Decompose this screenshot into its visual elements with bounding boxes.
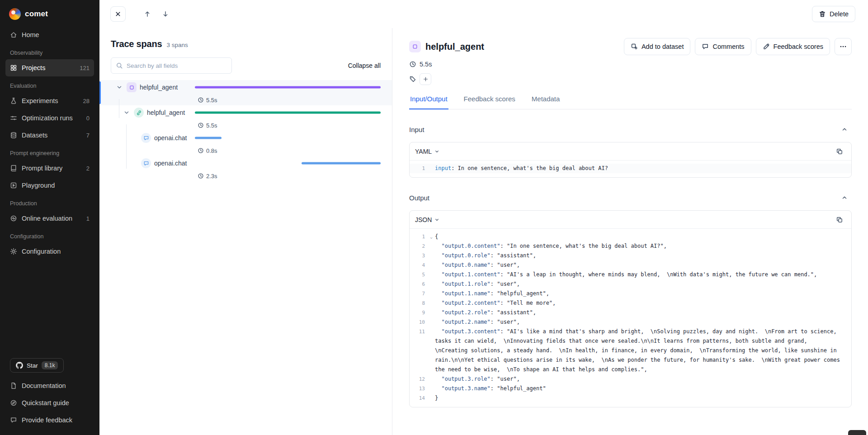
line-number: 7 bbox=[410, 289, 428, 298]
fold-caret bbox=[428, 270, 435, 279]
fold-caret bbox=[428, 374, 435, 384]
sidebar-nav: HomeObservabilityProjects121EvaluationEx… bbox=[0, 24, 99, 354]
fold-caret bbox=[428, 327, 435, 374]
tab-feedback-scores[interactable]: Feedback scores bbox=[463, 95, 516, 109]
line-number: 2 bbox=[410, 241, 428, 251]
chat-icon bbox=[141, 133, 151, 143]
sidebar-footer: Star 8.1k DocumentationQuickstart guideP… bbox=[0, 354, 99, 435]
code-line: 6 "output.1.role": "user", bbox=[410, 279, 851, 289]
span-detail-title: helpful_agent bbox=[425, 42, 484, 52]
tree-connector bbox=[126, 124, 127, 169]
sidebar: comet HomeObservabilityProjects121Evalua… bbox=[0, 0, 99, 435]
line-number: 4 bbox=[410, 260, 428, 270]
sidebar-item-label: Online evaluation bbox=[22, 215, 72, 222]
line-number: 8 bbox=[410, 298, 428, 308]
sidebar-item-documentation[interactable]: Documentation bbox=[5, 377, 94, 394]
book-icon bbox=[10, 165, 17, 172]
trace-icon bbox=[127, 82, 137, 92]
previous-trace-button[interactable] bbox=[140, 7, 155, 21]
sidebar-item-provide-feedback[interactable]: Provide feedback bbox=[5, 411, 94, 429]
spans-search-box bbox=[111, 57, 232, 74]
close-icon bbox=[114, 10, 122, 18]
fold-caret bbox=[428, 317, 435, 327]
add-tag-button[interactable] bbox=[420, 73, 431, 85]
comments-label: Comments bbox=[712, 43, 744, 50]
line-number: 1 bbox=[410, 164, 428, 173]
span-duration-bar[interactable] bbox=[195, 86, 381, 89]
span-row-openai-chat[interactable]: openai.chat2.3s bbox=[99, 156, 392, 181]
span-duration-bar[interactable] bbox=[195, 137, 222, 139]
sidebar-item-experiments[interactable]: Experiments28 bbox=[5, 92, 94, 109]
span-duration-bar[interactable] bbox=[195, 112, 381, 114]
sidebar-footer-links: DocumentationQuickstart guideProvide fee… bbox=[5, 377, 94, 429]
topbar: Delete bbox=[99, 0, 868, 28]
tab-input-output[interactable]: Input/Output bbox=[409, 95, 448, 109]
code-text: input: In one sentence, what's the big d… bbox=[435, 164, 851, 173]
delete-button[interactable]: Delete bbox=[812, 6, 855, 22]
trace-spans-title: Trace spans bbox=[111, 39, 162, 49]
github-star-label: Star bbox=[27, 362, 38, 369]
span-row-openai-chat[interactable]: openai.chat0.8s bbox=[99, 131, 392, 156]
delete-button-label: Delete bbox=[830, 10, 849, 18]
sidebar-item-home[interactable]: Home bbox=[5, 26, 94, 43]
collapse-output-button[interactable] bbox=[837, 190, 852, 205]
input-format-select[interactable]: YAML bbox=[415, 148, 440, 155]
feedback-scores-button[interactable]: Feedback scores bbox=[756, 38, 830, 55]
clock-icon bbox=[409, 61, 416, 68]
github-star-button[interactable]: Star 8.1k bbox=[10, 358, 64, 373]
comet-logo[interactable]: comet bbox=[0, 0, 99, 24]
code-text: "output.1.content": "AI's a leap in thou… bbox=[435, 270, 851, 279]
sidebar-item-quickstart-guide[interactable]: Quickstart guide bbox=[5, 394, 94, 411]
collapse-input-button[interactable] bbox=[837, 122, 852, 137]
github-star-count: 8.1k bbox=[42, 361, 58, 369]
arrow-up-icon bbox=[144, 10, 151, 18]
tab-metadata[interactable]: Metadata bbox=[531, 95, 561, 109]
more-actions-button[interactable] bbox=[835, 38, 852, 55]
span-name: helpful_agent bbox=[140, 84, 178, 91]
span-tree: helpful_agent5.5shelpful_agent5.5sopenai… bbox=[99, 80, 392, 181]
input-section-title: Input bbox=[409, 126, 424, 133]
span-duration-bar[interactable] bbox=[302, 162, 381, 165]
expand-chevron-button[interactable] bbox=[115, 83, 123, 91]
next-trace-button[interactable] bbox=[158, 7, 173, 21]
span-name: helpful_agent bbox=[147, 109, 185, 116]
code-text: "output.1.name": "helpful_agent", bbox=[435, 289, 851, 298]
copy-output-button[interactable] bbox=[833, 213, 846, 226]
comments-button[interactable]: Comments bbox=[695, 38, 751, 55]
code-line: 9 "output.2.role": "assistant", bbox=[410, 308, 851, 317]
sidebar-item-online-evaluation[interactable]: Online evaluation1 bbox=[5, 210, 94, 227]
chat-icon bbox=[141, 158, 151, 168]
sidebar-item-optimization-runs[interactable]: Optimization runs0 bbox=[5, 109, 94, 127]
code-text: "output.0.content": "In one sentence, wh… bbox=[435, 241, 851, 251]
output-format-select[interactable]: JSON bbox=[415, 216, 440, 223]
expand-chevron-button[interactable] bbox=[123, 109, 131, 117]
output-section: Output JSON 1⌄{2 "output.0.content": "In… bbox=[409, 190, 852, 407]
span-row-helpful-agent[interactable]: helpful_agent5.5s bbox=[99, 105, 392, 131]
spans-search-input[interactable] bbox=[127, 62, 227, 69]
line-number: 1 bbox=[410, 232, 428, 241]
sidebar-section-label-prompt-engineering: Prompt engineering bbox=[5, 144, 94, 160]
collapse-all-button[interactable]: Collapse all bbox=[348, 62, 381, 69]
code-line: 13 "output.3.name": "helpful_agent" bbox=[410, 384, 851, 393]
add-dataset-icon bbox=[631, 43, 638, 50]
code-text: "output.0.role": "assistant", bbox=[435, 251, 851, 260]
plus-icon bbox=[423, 76, 429, 82]
input-code-block: 1input: In one sentence, what's the big … bbox=[410, 161, 851, 177]
sidebar-item-projects[interactable]: Projects121 bbox=[5, 59, 94, 76]
sidebar-item-prompt-library[interactable]: Prompt library2 bbox=[5, 160, 94, 177]
trash-icon bbox=[819, 10, 826, 18]
compass-icon bbox=[10, 399, 17, 407]
fold-caret[interactable]: ⌄ bbox=[428, 232, 435, 241]
sidebar-item-label: Home bbox=[22, 31, 39, 38]
copy-input-button[interactable] bbox=[833, 145, 846, 158]
sidebar-item-playground[interactable]: Playground bbox=[5, 177, 94, 194]
sidebar-item-configuration[interactable]: Configuration bbox=[5, 243, 94, 260]
chat-widget[interactable] bbox=[848, 430, 866, 435]
code-line: 5 "output.1.content": "AI's a leap in th… bbox=[410, 270, 851, 279]
span-row-helpful-agent[interactable]: helpful_agent5.5s bbox=[99, 80, 392, 105]
add-to-dataset-button[interactable]: Add to dataset bbox=[624, 38, 691, 55]
fold-caret bbox=[428, 384, 435, 393]
sidebar-item-datasets[interactable]: Datasets7 bbox=[5, 127, 94, 144]
span-duration: 5.5s bbox=[206, 97, 217, 104]
close-button[interactable] bbox=[110, 6, 126, 22]
